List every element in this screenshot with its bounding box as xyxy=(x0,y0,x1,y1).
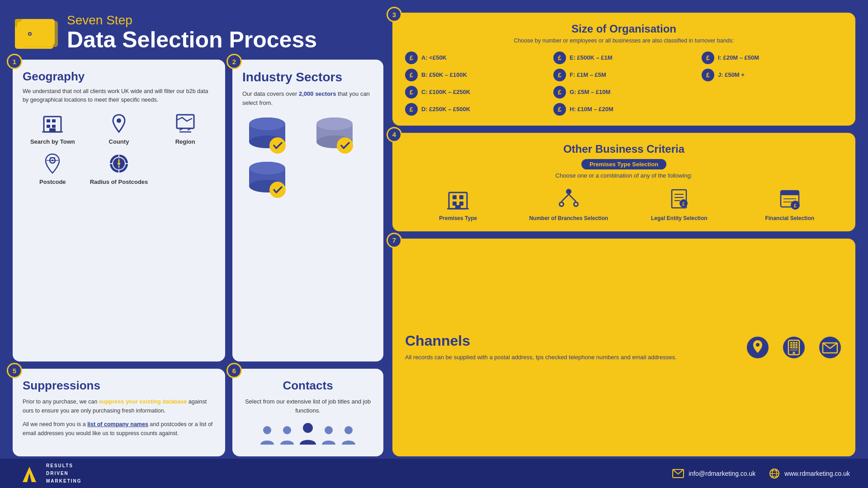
biz-item-branches: Number of Branches Selection xyxy=(516,186,622,221)
step-badge-4: 4 xyxy=(387,127,402,142)
suppress-link: suppress your existing database xyxy=(99,399,187,405)
footer-contact: info@rdmarketing.co.uk www.rdmarketing.c… xyxy=(672,468,850,479)
svg-marker-99 xyxy=(23,467,36,482)
suppressions-title: Suppressions xyxy=(23,379,215,393)
industry-text-part1: Our data covers over xyxy=(242,90,299,97)
geography-title: Geography xyxy=(23,70,215,84)
size-item-g: £ G: £5M – £10M xyxy=(553,86,694,99)
footer-logo-text: RESULTS DRIVEN MARKETING xyxy=(46,462,82,485)
geography-text: We understand that not all clients work … xyxy=(23,87,215,105)
telephone-icon xyxy=(781,335,807,360)
step-badge-1: 1 xyxy=(7,54,22,69)
person-icon-2 xyxy=(278,424,296,446)
size-item-d: £ D: £250K – £500K xyxy=(405,103,546,116)
svg-point-49 xyxy=(249,162,285,174)
header: Seven Step Data Selection Process xyxy=(13,13,383,52)
footer-globe-icon xyxy=(769,468,780,479)
svg-point-83 xyxy=(756,343,760,347)
biz-label-legal: Legal Entity Selection xyxy=(651,215,708,221)
header-subtitle: Seven Step xyxy=(67,13,317,28)
geography-card: 1 Geography We understand that not all c… xyxy=(13,60,225,361)
step-badge-6: 6 xyxy=(226,363,242,378)
svg-rect-58 xyxy=(459,195,463,199)
svg-rect-14 xyxy=(47,125,50,128)
svg-rect-57 xyxy=(453,195,457,199)
step-badge-2: 2 xyxy=(226,54,242,69)
svg-line-66 xyxy=(561,194,569,202)
size-item-j: £ J: £50M + xyxy=(702,69,843,81)
database-icon-2 xyxy=(310,115,359,155)
svg-rect-91 xyxy=(790,344,792,346)
size-item-c: £ C: £100K – £250K xyxy=(405,86,546,99)
size-item-f: £ F: £1M – £5M xyxy=(553,69,694,81)
size-item-b: £ B: £50K – £100K xyxy=(405,69,546,81)
svg-point-51 xyxy=(263,426,271,434)
svg-text:£: £ xyxy=(682,202,685,206)
footer-website: www.rdmarketing.co.uk xyxy=(769,468,850,479)
svg-rect-88 xyxy=(790,342,792,343)
svg-rect-93 xyxy=(796,344,797,346)
svg-rect-19 xyxy=(177,115,194,128)
channels-card: 7 Channels All records can be supplied w… xyxy=(392,239,855,457)
svg-rect-77 xyxy=(781,191,799,195)
svg-rect-90 xyxy=(796,342,797,343)
biz-label-branches: Number of Branches Selection xyxy=(529,215,608,221)
svg-rect-13 xyxy=(52,119,56,122)
svg-rect-96 xyxy=(796,347,797,348)
database-icon-3 xyxy=(242,159,292,200)
svg-rect-92 xyxy=(793,344,795,346)
biz-label-premises: Premises Type xyxy=(439,215,477,221)
channels-title: Channels xyxy=(405,333,731,349)
step-badge-7: 7 xyxy=(387,233,402,248)
folder-icon xyxy=(13,13,58,52)
size-item-h: £ H: £10M – £20M xyxy=(553,103,694,116)
svg-rect-60 xyxy=(459,202,463,206)
premises-badge: Premises Type Selection xyxy=(581,159,666,169)
other-biz-subtitle: Choose one or a combination of any of th… xyxy=(405,172,843,179)
svg-rect-89 xyxy=(793,342,795,343)
rdm-logo-icon xyxy=(18,463,41,484)
svg-point-40 xyxy=(269,137,286,154)
map-pin-icon xyxy=(107,111,131,136)
industry-text-bold: 2,000 sectors xyxy=(299,90,336,97)
svg-point-50 xyxy=(269,182,286,198)
contacts-card: 6 Contacts Select from our extensive lis… xyxy=(232,369,383,456)
svg-rect-8 xyxy=(17,22,53,46)
footer-logo: RESULTS DRIVEN MARKETING xyxy=(18,462,82,485)
biz-label-financial: Financial Selection xyxy=(765,215,814,221)
suppress-text1-start: Prior to any purchase, we can xyxy=(23,399,99,405)
industry-card: 2 Industry Sectors Our data covers over … xyxy=(232,60,383,361)
svg-rect-94 xyxy=(790,347,792,348)
map-search-icon xyxy=(40,151,65,176)
svg-point-52 xyxy=(283,426,291,434)
svg-text:£: £ xyxy=(794,203,797,208)
database-icon-1 xyxy=(242,115,292,155)
suppressions-card: 5 Suppressions Prior to any purchase, we… xyxy=(13,369,225,456)
size-item-e: £ E: £500K – £1M xyxy=(553,52,694,64)
footer-website-text: www.rdmarketing.co.uk xyxy=(784,470,850,477)
industry-title: Industry Sectors xyxy=(242,70,373,85)
footer: RESULTS DRIVEN MARKETING info@rdmarketin… xyxy=(0,459,868,488)
svg-point-10 xyxy=(29,33,31,35)
geo-label-postcode: Postcode xyxy=(39,178,66,185)
branches-icon xyxy=(556,186,581,211)
industry-text: Our data covers over 2,000 sectors that … xyxy=(242,89,373,108)
svg-point-29 xyxy=(118,162,120,165)
svg-rect-95 xyxy=(793,347,795,348)
footer-email: info@rdmarketing.co.uk xyxy=(672,469,755,478)
legal-icon: £ xyxy=(666,186,692,211)
svg-point-68 xyxy=(560,203,563,206)
geo-label-county: County xyxy=(109,138,129,145)
size-subtitle: Choose by number or employees or all bus… xyxy=(405,37,843,45)
other-biz-card: 4 Other Business Criteria Premises Type … xyxy=(392,133,855,231)
header-title: Data Selection Process xyxy=(67,28,317,52)
size-title: Size of Organisation xyxy=(405,23,843,35)
person-icon-5 xyxy=(340,424,357,446)
channels-text: All records can be supplied with a posta… xyxy=(405,353,731,362)
person-icon-3 xyxy=(298,421,317,446)
suppress-link-2: list of company names xyxy=(87,421,148,427)
geo-item-town: Search by Town xyxy=(23,111,83,145)
other-biz-title: Other Business Criteria xyxy=(405,143,843,155)
step-badge-5: 5 xyxy=(7,363,22,378)
svg-point-63 xyxy=(566,189,571,194)
